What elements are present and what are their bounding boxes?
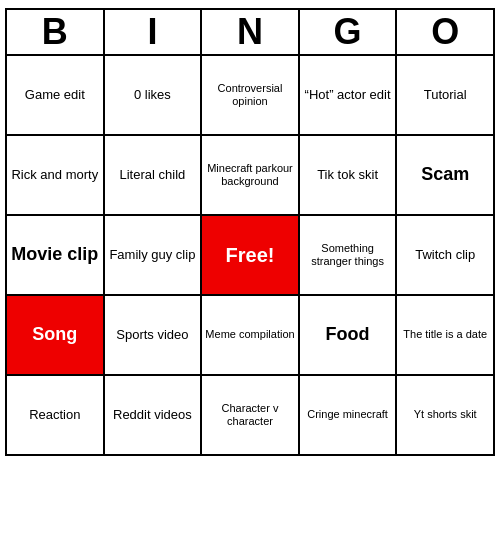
bingo-cell-5: Rick and morty [7, 136, 105, 216]
bingo-cell-14: Twitch clip [397, 216, 495, 296]
bingo-cell-8: Tik tok skit [300, 136, 398, 216]
header-letter: N [202, 10, 300, 56]
bingo-header: BINGO [5, 8, 495, 56]
header-letter: I [105, 10, 203, 56]
bingo-cell-3: “Hot” actor edit [300, 56, 398, 136]
bingo-cell-22: Character v character [202, 376, 300, 456]
bingo-cell-18: Food [300, 296, 398, 376]
bingo-cell-9: Scam [397, 136, 495, 216]
bingo-cell-1: 0 likes [105, 56, 203, 136]
header-letter: G [300, 10, 398, 56]
bingo-cell-4: Tutorial [397, 56, 495, 136]
bingo-cell-2: Controversial opinion [202, 56, 300, 136]
bingo-cell-24: Yt shorts skit [397, 376, 495, 456]
bingo-cell-13: Something stranger things [300, 216, 398, 296]
bingo-card: BINGO Game edit0 likesControversial opin… [5, 8, 495, 456]
bingo-cell-23: Cringe minecraft [300, 376, 398, 456]
bingo-cell-10: Movie clip [7, 216, 105, 296]
bingo-cell-17: Meme compilation [202, 296, 300, 376]
bingo-cell-20: Reaction [7, 376, 105, 456]
bingo-cell-6: Literal child [105, 136, 203, 216]
header-letter: B [7, 10, 105, 56]
bingo-cell-16: Sports video [105, 296, 203, 376]
bingo-cell-15: Song [7, 296, 105, 376]
bingo-cell-12: Free! [202, 216, 300, 296]
header-letter: O [397, 10, 495, 56]
bingo-cell-11: Family guy clip [105, 216, 203, 296]
bingo-grid: Game edit0 likesControversial opinion“Ho… [5, 56, 495, 456]
bingo-cell-21: Reddit videos [105, 376, 203, 456]
bingo-cell-0: Game edit [7, 56, 105, 136]
bingo-cell-7: Minecraft parkour background [202, 136, 300, 216]
bingo-cell-19: The title is a date [397, 296, 495, 376]
